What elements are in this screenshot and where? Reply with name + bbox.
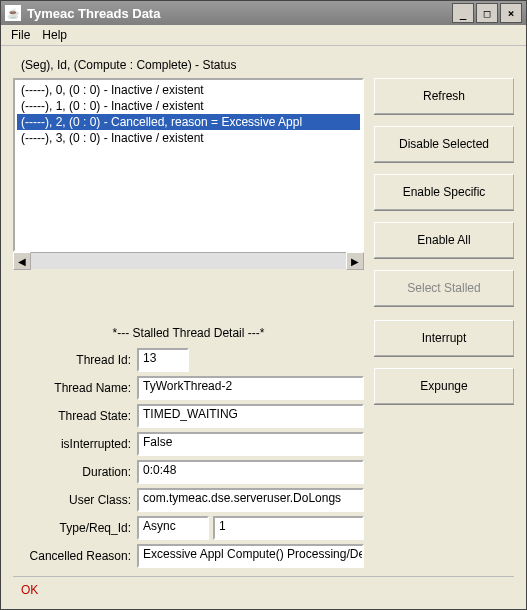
status-text: OK bbox=[21, 583, 38, 597]
field-user-class[interactable]: com.tymeac.dse.serveruser.DoLongs bbox=[137, 488, 364, 512]
expunge-button[interactable]: Expunge bbox=[374, 368, 514, 404]
label-duration: Duration: bbox=[13, 465, 133, 479]
label-cancelled-reason: Cancelled Reason: bbox=[13, 549, 133, 563]
field-type-req-id-group: Async 1 bbox=[137, 516, 364, 540]
menu-help[interactable]: Help bbox=[42, 28, 67, 42]
field-req-id[interactable]: 1 bbox=[213, 516, 364, 540]
window-title: Tymeac Threads Data bbox=[27, 6, 452, 21]
window-buttons: _ □ × bbox=[452, 3, 522, 23]
horizontal-scrollbar[interactable]: ◀ ▶ bbox=[13, 252, 364, 269]
status-bar: OK bbox=[13, 576, 514, 603]
thread-list-rows: (-----), 0, (0 : 0) - Inactive / existen… bbox=[15, 80, 362, 148]
label-thread-name: Thread Name: bbox=[13, 381, 133, 395]
field-thread-name[interactable]: TyWorkThread-2 bbox=[137, 376, 364, 400]
detail-wrap: *--- Stalled Thread Detail ---* Thread I… bbox=[13, 310, 514, 568]
title-bar: ☕ Tymeac Threads Data _ □ × bbox=[1, 1, 526, 25]
thread-list[interactable]: (-----), 0, (0 : 0) - Inactive / existen… bbox=[13, 78, 364, 252]
button-column-upper: Refresh Disable Selected Enable Specific… bbox=[374, 78, 514, 306]
list-item[interactable]: (-----), 3, (0 : 0) - Inactive / existen… bbox=[17, 130, 360, 146]
menu-bar: File Help bbox=[1, 25, 526, 46]
list-item[interactable]: (-----), 1, (0 : 0) - Inactive / existen… bbox=[17, 98, 360, 114]
label-type-req-id: Type/Req_Id: bbox=[13, 521, 133, 535]
list-item[interactable]: (-----), 2, (0 : 0) - Cancelled, reason … bbox=[17, 114, 360, 130]
main-row: (-----), 0, (0 : 0) - Inactive / existen… bbox=[13, 78, 514, 306]
thread-list-wrap: (-----), 0, (0 : 0) - Inactive / existen… bbox=[13, 78, 364, 306]
content-area: (Seg), Id, (Compute : Complete) - Status… bbox=[1, 46, 526, 609]
field-thread-state[interactable]: TIMED_WAITING bbox=[137, 404, 364, 428]
label-is-interrupted: isInterrupted: bbox=[13, 437, 133, 451]
detail-grid: Thread Id: 13 Thread Name: TyWorkThread-… bbox=[13, 348, 364, 568]
list-header: (Seg), Id, (Compute : Complete) - Status bbox=[21, 58, 514, 72]
label-thread-id: Thread Id: bbox=[13, 353, 133, 367]
field-is-interrupted[interactable]: False bbox=[137, 432, 364, 456]
maximize-button[interactable]: □ bbox=[476, 3, 498, 23]
menu-file[interactable]: File bbox=[11, 28, 30, 42]
interrupt-button[interactable]: Interrupt bbox=[374, 320, 514, 356]
field-duration[interactable]: 0:0:48 bbox=[137, 460, 364, 484]
app-window: ☕ Tymeac Threads Data _ □ × File Help (S… bbox=[0, 0, 527, 610]
scroll-right-icon[interactable]: ▶ bbox=[346, 252, 364, 270]
refresh-button[interactable]: Refresh bbox=[374, 78, 514, 114]
enable-all-button[interactable]: Enable All bbox=[374, 222, 514, 258]
java-icon: ☕ bbox=[5, 5, 21, 21]
enable-specific-button[interactable]: Enable Specific bbox=[374, 174, 514, 210]
scroll-left-icon[interactable]: ◀ bbox=[13, 252, 31, 270]
disable-selected-button[interactable]: Disable Selected bbox=[374, 126, 514, 162]
label-thread-state: Thread State: bbox=[13, 409, 133, 423]
list-item[interactable]: (-----), 0, (0 : 0) - Inactive / existen… bbox=[17, 82, 360, 98]
select-stalled-button[interactable]: Select Stalled bbox=[374, 270, 514, 306]
label-user-class: User Class: bbox=[13, 493, 133, 507]
field-cancelled-reason[interactable]: Excessive Appl Compute() Processing/Defa… bbox=[137, 544, 364, 568]
button-column-lower: Interrupt Expunge bbox=[374, 310, 514, 568]
close-button[interactable]: × bbox=[500, 3, 522, 23]
field-type[interactable]: Async bbox=[137, 516, 209, 540]
detail-section-header: *--- Stalled Thread Detail ---* bbox=[13, 326, 364, 340]
minimize-button[interactable]: _ bbox=[452, 3, 474, 23]
spacer bbox=[13, 568, 514, 576]
field-thread-id[interactable]: 13 bbox=[137, 348, 189, 372]
